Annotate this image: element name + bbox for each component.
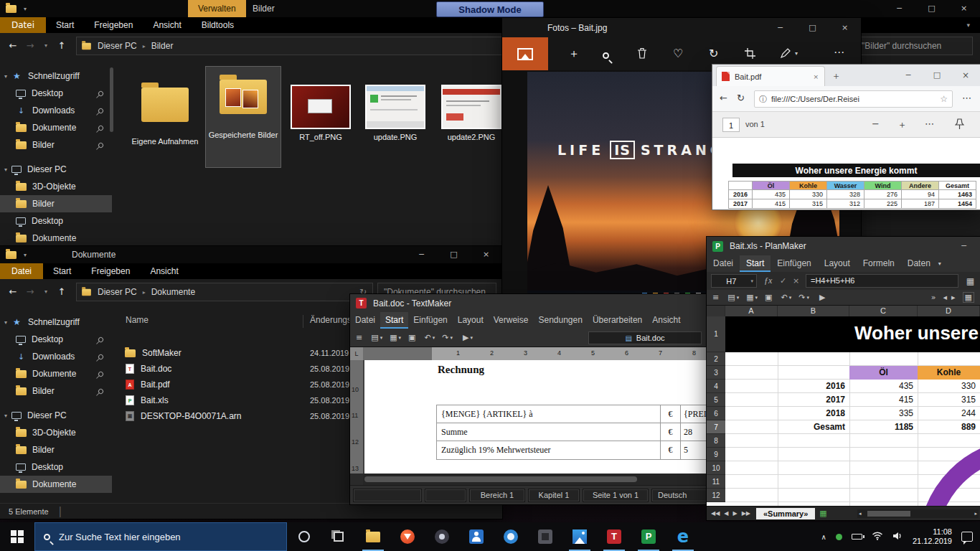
cell-title-merged[interactable]: Woher unsere Energie kommt (725, 316, 980, 352)
tab-ansicht[interactable]: Ansicht (647, 312, 685, 329)
volume-icon[interactable] (892, 530, 903, 543)
sidebar-item-bilder[interactable]: Bilder (0, 136, 112, 154)
expander-icon[interactable]: ▾ (0, 319, 11, 326)
tab-layout[interactable]: Layout (453, 312, 489, 329)
pointer-icon[interactable]: ▶ (463, 333, 468, 342)
minimize-button[interactable]: ─ (405, 246, 438, 263)
open-icon[interactable]: ▦ (746, 293, 753, 302)
ribbon-collapse-icon[interactable]: ▾ (966, 22, 970, 29)
last-sheet-icon[interactable]: ▶▶ (742, 510, 750, 517)
sidebar-item-schnellzugriff[interactable]: ▾★Schnellzugriff (0, 67, 112, 85)
row-header[interactable]: 6 (707, 407, 725, 420)
recent-locations-icon[interactable]: ▾ (37, 288, 55, 295)
back-icon[interactable]: ← (4, 40, 22, 51)
cell-c5[interactable]: 415 (849, 393, 913, 407)
tab-formeln[interactable]: Formeln (857, 255, 901, 272)
new-tab-icon[interactable]: ＋ (831, 70, 841, 83)
horizontal-ruler[interactable]: 1 2 3 4 5 6 7 8 (363, 347, 707, 360)
select-all-corner[interactable] (707, 306, 725, 316)
sidebar-item-3d-objekte[interactable]: 3D-Objekte (0, 178, 112, 195)
cell-d5[interactable]: 315 (918, 393, 976, 407)
breadcrumb-current[interactable]: Bilder (151, 41, 174, 51)
tab-einfuegen[interactable]: Einfügen (408, 312, 452, 329)
cell-d4[interactable]: 330 (918, 380, 976, 393)
taskbar-app-gray[interactable] (528, 522, 562, 551)
taskbar-app-dark[interactable] (425, 522, 459, 551)
column-name[interactable]: Name (126, 315, 149, 325)
close-button[interactable]: × (829, 18, 861, 37)
file-item-update2[interactable]: update2.PNG (436, 85, 507, 142)
expander-icon[interactable]: ▾ (0, 413, 11, 419)
tab-einfuegen[interactable]: Einfügen (771, 255, 817, 272)
menu-overflow-icon[interactable]: ▾ (938, 255, 941, 272)
tab-datei[interactable]: Datei (350, 312, 380, 329)
hamburger-icon[interactable]: ≡ (356, 333, 362, 342)
tab-daten[interactable]: Daten (901, 255, 937, 272)
taskbar-edge[interactable]: e (666, 522, 700, 551)
status-kapitel[interactable]: Kapitel 1 (528, 489, 580, 502)
file-item-update[interactable]: update.PNG (360, 85, 430, 142)
undo-icon[interactable]: ↶ (424, 333, 430, 342)
new-document-icon[interactable]: ▤ (727, 293, 735, 302)
fx-icon[interactable]: ƒx (764, 276, 772, 286)
tab-datei[interactable]: Datei (707, 255, 740, 272)
sidebar-item-dokumente-pc[interactable]: Dokumente (0, 476, 112, 493)
expander-icon[interactable]: ▾ (0, 73, 11, 80)
row-header[interactable]: 4 (707, 380, 725, 393)
file-item-gespeicherte-bilder[interactable]: Gespeicherte Bilder (205, 66, 281, 168)
rotate-icon[interactable]: ↻ (709, 47, 718, 60)
document-page[interactable]: Rechnung {MENGE} {ARTIKEL} à € {PREIS} S… (364, 360, 707, 474)
back-icon[interactable]: ← (720, 93, 727, 103)
add-icon[interactable]: ＋ (568, 47, 580, 62)
status-sprache[interactable]: Deutsch (651, 489, 707, 502)
hamburger-icon[interactable]: ≡ (712, 293, 719, 302)
pointer-icon[interactable]: ▶ (819, 293, 825, 302)
pdf-more-icon[interactable]: ⋯ (925, 118, 934, 129)
row-header[interactable]: 8 (707, 434, 725, 448)
delete-icon[interactable] (637, 47, 647, 62)
sidebar-item-dokumente[interactable]: Dokumente (0, 365, 112, 382)
taskbar-search[interactable] (34, 522, 287, 551)
zoom-icon[interactable] (603, 52, 609, 59)
cancel-icon[interactable]: × (793, 276, 799, 286)
row-header[interactable]: 9 (707, 448, 725, 461)
spreadsheet[interactable]: A B C D 1 2 3 4 5 6 7 8 9 10 11 12 Woher… (707, 306, 980, 506)
tab-freigeben[interactable]: Freigeben (81, 263, 140, 279)
row-header[interactable]: 10 (707, 461, 725, 475)
page-info-icon[interactable]: ⓘ (759, 94, 767, 105)
tab-start[interactable]: Start (43, 263, 81, 279)
confirm-icon[interactable]: ✓ (780, 276, 786, 286)
taskbar-brave[interactable] (390, 522, 425, 551)
sheet-scrollbar[interactable]: ◂ ▸ (857, 509, 979, 518)
breadcrumb[interactable]: Dieser PC ▸ Dokumente ↻ (76, 283, 373, 301)
row-header[interactable]: 5 (707, 393, 725, 407)
cell-b7[interactable]: Gesamt (778, 420, 845, 434)
sidebar-item-schnellzugriff[interactable]: ▾★Schnellzugriff (0, 314, 112, 331)
cell-b6[interactable]: 2018 (778, 407, 845, 420)
redo-icon[interactable]: ↷ (442, 333, 448, 342)
minimize-button[interactable]: ─ (883, 0, 915, 17)
sheet-grid-icon[interactable]: ▦ (963, 292, 974, 303)
close-button[interactable]: × (951, 65, 980, 86)
sidebar-item-dokumente-pc[interactable]: Dokumente (0, 230, 112, 247)
status-dot-icon[interactable] (836, 534, 842, 540)
scrollbar-thumb[interactable] (364, 476, 637, 482)
minimize-button[interactable]: ─ (894, 65, 923, 86)
expander-icon[interactable]: ▾ (0, 166, 11, 173)
scrollbar-thumb[interactable] (867, 511, 910, 517)
tab-close-icon[interactable]: × (813, 73, 819, 80)
column-header-d[interactable]: D (918, 306, 980, 316)
edit-create-icon[interactable] (781, 48, 791, 61)
formula-input[interactable]: =H4+H5+H6 (806, 274, 958, 288)
maximize-button[interactable]: □ (915, 0, 948, 17)
maximize-button[interactable]: □ (923, 65, 951, 86)
next-sheet-icon[interactable]: ▶ (732, 510, 737, 517)
qat-chevron-icon[interactable]: ▾ (24, 6, 27, 12)
column-header-c[interactable]: C (849, 306, 918, 316)
sidebar-item-bilder[interactable]: Bilder (0, 382, 112, 400)
status-seite[interactable]: Seite 1 von 1 (583, 489, 649, 502)
reload-icon[interactable]: ↻ (737, 93, 745, 103)
sidebar-item-desktop-pc[interactable]: Desktop (0, 212, 112, 230)
status-bereich[interactable]: Bereich 1 (469, 489, 525, 502)
row-header-active[interactable]: 7 (707, 420, 725, 434)
